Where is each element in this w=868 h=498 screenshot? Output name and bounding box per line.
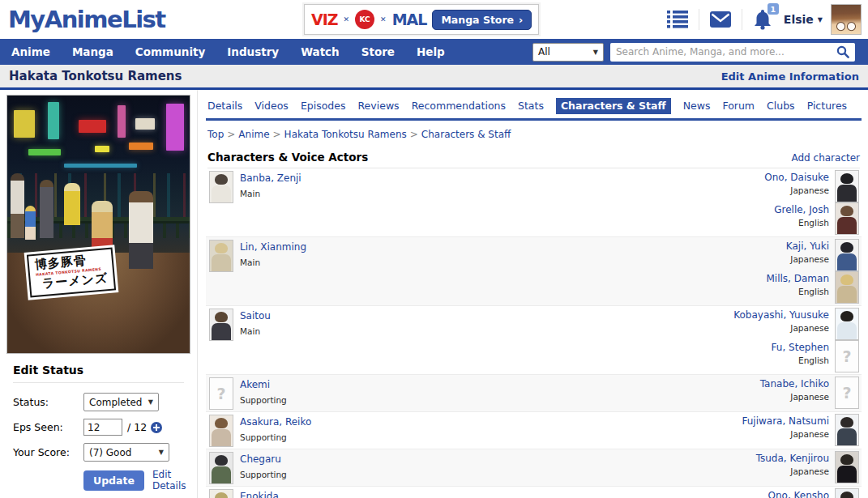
character-thumbnail[interactable]: ?: [209, 377, 233, 410]
increment-episode-icon[interactable]: [151, 422, 162, 433]
tab-videos[interactable]: Videos: [254, 100, 289, 112]
voice-actor-photo[interactable]: [835, 202, 859, 235]
voice-actor-photo[interactable]: [835, 271, 859, 304]
voice-actor-photo-art: [840, 206, 853, 216]
status-label: Status:: [13, 396, 83, 408]
voice-actor-photo[interactable]: ?: [835, 377, 859, 409]
site-logo[interactable]: MyAnimeList: [8, 6, 165, 33]
breadcrumb-item-anime[interactable]: Anime: [238, 129, 269, 140]
voice-actor-photo-art: [837, 466, 857, 483]
voice-actor-entry: Ono, DaisukeJapanese: [764, 170, 859, 202]
character-name-link[interactable]: Banba, Zenji: [240, 172, 301, 184]
manga-store-banner[interactable]: VIZ ✕ KC ✕ MAL Manga Store ›: [304, 4, 539, 35]
character-thumbnail[interactable]: [209, 240, 233, 272]
tab-forum[interactable]: Forum: [722, 100, 755, 112]
voice-actor-photo[interactable]: [835, 239, 859, 271]
voice-actor-name-link[interactable]: Fu, Stephen: [772, 342, 829, 353]
user-menu[interactable]: Elsie ▼: [784, 13, 823, 26]
tab-details[interactable]: Details: [207, 100, 242, 112]
character-thumbnail[interactable]: [209, 415, 233, 447]
tab-reviews[interactable]: Reviews: [358, 100, 400, 112]
voice-actor-entry: Ono, KenshoJapanese: [768, 488, 859, 498]
voice-actor-text: Tanabe, IchikoJapanese: [760, 377, 829, 402]
messages-icon[interactable]: [710, 11, 731, 28]
edit-anime-information-link[interactable]: Edit Anime Information: [721, 70, 859, 83]
character-name-link[interactable]: Asakura, Reiko: [240, 416, 311, 428]
character-name-link[interactable]: Chegaru: [240, 453, 287, 465]
breadcrumb-item-hakata-tonkotsu-ramens[interactable]: Hakata Tonkotsu Ramens: [284, 129, 407, 140]
notifications-bell-icon[interactable]: 1: [753, 9, 772, 30]
character-thumbnail[interactable]: [209, 452, 233, 484]
voice-actor-entry: Grelle, JoshEnglish: [764, 202, 859, 235]
edit-details-link[interactable]: Edit Details: [152, 469, 186, 492]
voice-actor-name-link[interactable]: Ono, Daisuke: [764, 172, 829, 183]
my-list-icon[interactable]: [667, 11, 688, 28]
content: 博多豚骨 HAKATA TONKOTSU RAMENS ラーメンズ Edit S…: [0, 90, 868, 498]
tab-episodes[interactable]: Episodes: [301, 100, 346, 112]
nav-item-help[interactable]: Help: [417, 45, 445, 58]
nav-item-community[interactable]: Community: [135, 45, 205, 58]
voice-actor-photo[interactable]: [835, 308, 859, 340]
character-thumbnail[interactable]: [209, 171, 233, 203]
voice-actor-photo-art: [840, 492, 853, 498]
status-select[interactable]: Completed ▼: [83, 393, 159, 411]
kodansha-comics-logo: KC: [355, 10, 374, 29]
character-thumbnail-art: [215, 243, 228, 253]
update-button[interactable]: Update: [83, 470, 144, 491]
voice-actor-name-link[interactable]: Fujiwara, Natsumi: [742, 415, 829, 427]
voice-actor-photo[interactable]: [835, 451, 859, 483]
tab-stats[interactable]: Stats: [518, 100, 544, 112]
voice-actor-photo[interactable]: [835, 414, 859, 446]
character-role: Supporting: [240, 432, 311, 442]
anime-poster[interactable]: 博多豚骨 HAKATA TONKOTSU RAMENS ラーメンズ: [6, 95, 190, 354]
character-name-link[interactable]: Saitou: [240, 310, 271, 321]
voice-actor-photo-art: [837, 253, 857, 271]
nav-item-watch[interactable]: Watch: [301, 45, 340, 58]
breadcrumb-item-characters-staff[interactable]: Characters & Staff: [421, 129, 511, 140]
voice-actor-photo[interactable]: [835, 488, 859, 498]
character-row: Banba, ZenjiMainOno, DaisukeJapaneseGrel…: [206, 168, 862, 237]
character-thumbnail-art: [215, 174, 228, 185]
voice-actor-photo[interactable]: ?: [835, 340, 859, 372]
tab-recommendations[interactable]: Recommendations: [412, 100, 506, 112]
nav-item-industry[interactable]: Industry: [227, 45, 279, 58]
tab-pictures[interactable]: Pictures: [807, 100, 848, 112]
characters-table: Banba, ZenjiMainOno, DaisukeJapaneseGrel…: [206, 168, 862, 498]
voice-actor-name-link[interactable]: Kaji, Yuki: [786, 240, 829, 252]
voice-actor-name-link[interactable]: Kobayashi, Yuusuke: [733, 309, 829, 321]
character-name-link[interactable]: Akemi: [240, 379, 287, 390]
voice-actor-photo-art: [837, 322, 857, 340]
tab-characters-staff[interactable]: Characters & Staff: [556, 98, 671, 114]
tab-news[interactable]: News: [683, 100, 711, 112]
search-icon[interactable]: [836, 45, 849, 58]
voice-actor-photo-art: [837, 217, 857, 235]
voice-actor-text: Kobayashi, YuusukeJapanese: [733, 308, 829, 333]
character-info: Lin, XianmingMain: [240, 240, 306, 272]
tab-clubs[interactable]: Clubs: [767, 100, 795, 112]
breadcrumb-separator: >: [227, 129, 235, 140]
character-cell: ChegaruSupporting: [209, 451, 287, 484]
character-thumbnail[interactable]: [209, 489, 233, 498]
score-select[interactable]: (7) Good ▼: [83, 443, 169, 462]
voice-actor-name-link[interactable]: Tsuda, Kenjirou: [756, 453, 829, 464]
nav-item-store[interactable]: Store: [361, 45, 395, 58]
voice-actor-photo[interactable]: [835, 170, 859, 202]
nav-item-anime[interactable]: Anime: [11, 45, 50, 58]
add-character-link[interactable]: Add character: [791, 152, 860, 164]
search-input[interactable]: [616, 46, 836, 57]
voice-actor-name-link[interactable]: Grelle, Josh: [774, 204, 829, 215]
x-separator-icon: ✕: [344, 15, 350, 23]
character-thumbnail[interactable]: [209, 309, 233, 341]
character-name-link[interactable]: Enokida: [240, 491, 287, 498]
user-avatar[interactable]: [831, 4, 862, 35]
voice-actor-name-link[interactable]: Ono, Kensho: [768, 490, 829, 498]
breadcrumb-item-top[interactable]: Top: [207, 129, 224, 140]
voice-actor-entry: Tsuda, KenjirouJapanese: [756, 451, 859, 483]
eps-seen-input[interactable]: [83, 419, 122, 436]
character-name-link[interactable]: Lin, Xianming: [240, 241, 306, 253]
manga-store-button[interactable]: Manga Store ›: [432, 10, 532, 30]
voice-actor-name-link[interactable]: Mills, Daman: [767, 273, 829, 284]
voice-actor-name-link[interactable]: Tanabe, Ichiko: [760, 378, 829, 389]
nav-item-manga[interactable]: Manga: [72, 45, 113, 58]
search-category-select[interactable]: All ▼: [532, 43, 604, 62]
